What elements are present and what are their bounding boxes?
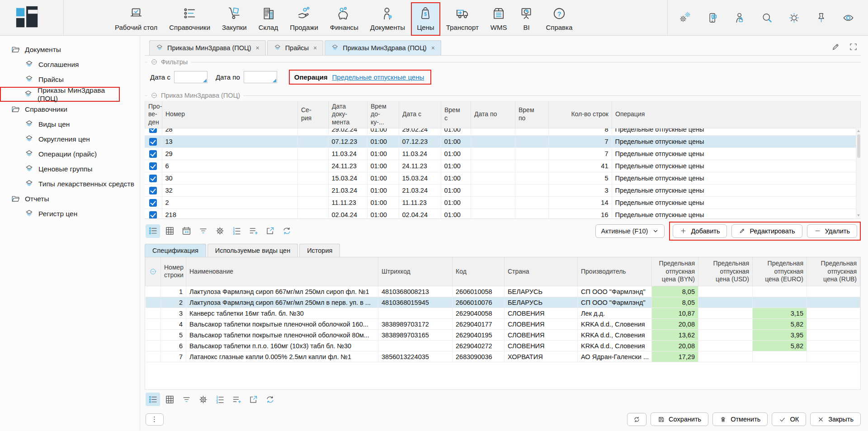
external-link-button[interactable] (246, 393, 260, 406)
document-tab[interactable]: Прайсы× (267, 40, 324, 55)
orders-col-header[interactable]: Про- ве- ден (145, 101, 162, 128)
row-checkbox[interactable] (149, 150, 157, 158)
spec-col-header[interactable]: Предельная отпускная цена (BYN) (652, 257, 698, 286)
spec-col-header[interactable]: Страна (505, 257, 578, 286)
orders-scrollbar[interactable] (856, 128, 861, 218)
spec-row[interactable]: 4Вальсакор таблетки покрытые пленочной о… (146, 319, 860, 330)
numbered-list-button[interactable]: 123 (212, 393, 227, 406)
delete-button[interactable]: Удалить (807, 224, 857, 238)
row-checkbox[interactable] (149, 187, 157, 194)
tab-close-icon[interactable]: × (313, 44, 317, 52)
row-checkbox[interactable] (149, 175, 157, 182)
detail-tab[interactable]: Используемые виды цен (208, 244, 298, 257)
menu-item-catalogs[interactable]: Справочники (163, 2, 216, 36)
date-from-input[interactable] (174, 71, 208, 83)
orders-col-header[interactable]: Врем по (515, 101, 549, 128)
sidebar-item[interactable]: Прайсы (0, 72, 140, 87)
spec-row[interactable]: 5Вальсакор таблетки покрытые пленочной о… (146, 330, 860, 341)
orders-row[interactable]: 211.11.2301:0011.11.2301:0014Предельные … (145, 197, 861, 209)
settings-gears-icon[interactable] (679, 12, 692, 24)
menu-item-transport[interactable]: Транспорт (440, 2, 485, 36)
sidebar-item[interactable]: Округления цен (0, 132, 140, 147)
spec-col-header[interactable]: Наименование (186, 257, 378, 286)
tab-close-icon[interactable]: × (431, 44, 435, 52)
gear-button[interactable] (196, 393, 210, 406)
spec-col-header[interactable]: Предельная отпускная цена (EURO) (753, 257, 807, 286)
gear-button[interactable] (212, 224, 227, 238)
external-link-button[interactable] (263, 224, 277, 238)
row-checkbox[interactable] (149, 128, 157, 133)
orders-col-header[interactable]: Врем до- ку-... (368, 101, 399, 128)
menu-item-help[interactable]: ?Справка (540, 2, 578, 36)
spec-col-header[interactable]: Предельная отпускная цена (RUB) (807, 257, 860, 286)
tab-close-icon[interactable]: × (256, 44, 259, 52)
orders-col-header[interactable]: Дата с (399, 101, 441, 128)
orders-row[interactable]: 624.11.2301:0024.11.2301:0041Предельные … (145, 160, 861, 172)
menu-item-finance[interactable]: Финансы (324, 2, 364, 36)
orders-col-header[interactable]: Номер (162, 101, 298, 128)
sidebar-item[interactable]: Операции (прайс) (0, 147, 140, 161)
sidebar-item[interactable]: Справочники (0, 102, 140, 117)
view-list-button[interactable] (146, 393, 160, 406)
repeat-button[interactable] (279, 224, 294, 238)
menu-item-desktop[interactable]: Рабочий стол (109, 2, 163, 36)
menu-item-documents[interactable]: Документы (364, 2, 411, 36)
sidebar-item[interactable]: Виды цен (0, 117, 140, 132)
sidebar-item[interactable]: Приказы МинЗдрава (ПОЦ) (0, 87, 120, 102)
menu-item-sales[interactable]: Продажи (284, 2, 324, 36)
menu-item-purchases[interactable]: Закупки (216, 2, 253, 36)
spec-select-col-header[interactable] (146, 257, 161, 286)
orders-col-header[interactable]: Се- рия (298, 101, 329, 128)
row-checkbox[interactable] (149, 162, 157, 170)
edit-icon[interactable] (831, 42, 840, 52)
view-list-button[interactable] (146, 224, 160, 238)
orders-col-header[interactable]: Операция (612, 101, 861, 128)
detail-tab[interactable]: История (299, 244, 340, 257)
menu-item-wms[interactable]: WMS (485, 2, 513, 36)
sidebar-item[interactable]: Регистр цен (0, 206, 140, 221)
spec-row[interactable]: 1Лактулоза Фармлэнд сироп 667мг/мл 250мл… (146, 286, 860, 297)
eye-icon[interactable] (842, 12, 854, 24)
save-button[interactable]: Сохранить (651, 412, 708, 426)
orders-col-header[interactable]: Дата доку- мента (329, 101, 368, 128)
list-plus-button[interactable] (229, 393, 244, 406)
orders-row[interactable]: 2911.03.2401:0011.03.2401:007Предельные … (145, 148, 861, 160)
sidebar-item[interactable]: Ценовые группы (0, 161, 140, 176)
detail-tab[interactable]: Спецификация (145, 244, 206, 257)
spec-row[interactable]: 3Канверс таблетки 16мг табл. бл. №302629… (146, 308, 860, 319)
calendar-plus-button[interactable] (179, 224, 193, 238)
grid-button[interactable] (162, 393, 177, 406)
spec-col-header[interactable]: Предельная отпускная цена (USD) (698, 257, 753, 286)
row-checkbox[interactable] (149, 211, 157, 219)
filter-button[interactable] (179, 393, 193, 406)
menu-item-bi[interactable]: BI (513, 2, 540, 36)
ok-button[interactable]: ОК (772, 412, 806, 426)
sidebar-item[interactable]: Типы лекарственных средств (0, 176, 140, 191)
row-checkbox[interactable] (149, 199, 157, 207)
spec-row[interactable]: 6Вальсакор таблетки п.п.о. 160мг (10х3) … (146, 341, 860, 351)
cancel-button[interactable]: Отменить (712, 412, 768, 426)
chevron-circle-icon[interactable] (149, 268, 157, 275)
spec-col-header[interactable]: Штрихкод (378, 257, 453, 286)
repeat-button[interactable] (263, 393, 277, 406)
search-icon[interactable] (761, 12, 773, 24)
sidebar-item[interactable]: Документы (0, 42, 140, 57)
expand-icon[interactable] (849, 42, 858, 52)
brightness-icon[interactable] (788, 12, 800, 24)
spec-row[interactable]: 7Латанокс глазные капли 0.005% 2.5мл кап… (146, 351, 860, 362)
add-button[interactable]: Добавить (673, 224, 727, 238)
user-lock-icon[interactable] (734, 12, 746, 24)
date-to-input[interactable] (244, 71, 277, 83)
spec-col-header[interactable]: Производитель (578, 257, 652, 286)
spec-col-header[interactable]: Код (453, 257, 505, 286)
menu-item-prices[interactable]: $Цены (411, 2, 440, 36)
filter-button[interactable] (196, 224, 210, 238)
list-plus-button[interactable] (246, 224, 260, 238)
close-button[interactable]: Закрыть (810, 412, 861, 426)
sidebar-item[interactable]: Отчеты (0, 191, 140, 206)
edit-button[interactable]: Редактировать (731, 224, 802, 238)
row-checkbox[interactable] (149, 138, 157, 146)
operation-link[interactable]: Предельные отпускные цены (332, 73, 425, 81)
orders-row[interactable]: 1307.12.2301:0007.12.2301:007Предельные … (145, 136, 861, 148)
collapse-icon[interactable] (151, 92, 158, 99)
